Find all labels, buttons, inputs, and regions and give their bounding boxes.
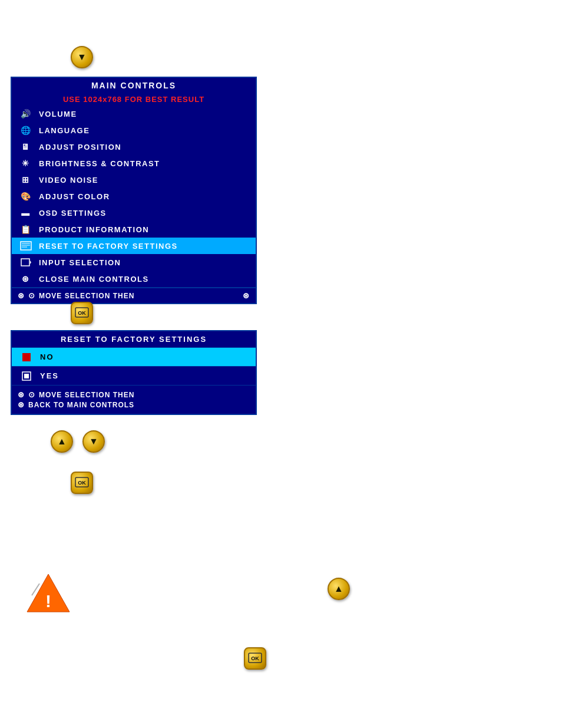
menu-item-adjust-position-label: ADJUST POSITION bbox=[39, 143, 121, 151]
language-icon: 🌐 bbox=[18, 126, 34, 135]
move-sel-icon-b: ⊙ bbox=[28, 390, 35, 399]
menu-item-adjust-color-label: ADJUST COLOR bbox=[39, 192, 110, 201]
ok-button-1[interactable]: OK bbox=[71, 302, 93, 324]
warning-icon: ! bbox=[25, 572, 72, 614]
reset-no-icon bbox=[19, 353, 34, 362]
up-arrow-button-3[interactable]: ▲ bbox=[328, 578, 350, 600]
menu-item-close-main-controls-label: CLOSE MAIN CONTROLS bbox=[39, 275, 149, 284]
menu-item-video-noise-label: VIDEO NOISE bbox=[39, 176, 98, 185]
reset-footer-line1: MOVE SELECTION THEN bbox=[39, 391, 134, 399]
back-icon: ⊛ bbox=[18, 400, 25, 409]
move-selection-icon-2: ⊙ bbox=[28, 291, 35, 300]
menu-item-video-noise[interactable]: ⊞ VIDEO NOISE bbox=[12, 172, 256, 188]
svg-rect-7 bbox=[22, 353, 31, 361]
menu-item-volume-label: VOLUME bbox=[39, 110, 77, 118]
adjust-position-icon: 🖥 bbox=[18, 142, 34, 151]
move-selection-icon-1: ⊛ bbox=[18, 291, 25, 300]
menu-item-reset-label: RESET TO FACTORY SETTINGS bbox=[39, 242, 178, 251]
ok-icon-1: OK bbox=[75, 307, 89, 319]
menu-item-brightness-contrast-label: BRIGHTNESS & CONTRAST bbox=[39, 159, 160, 168]
up-arrow-button-2[interactable]: ▲ bbox=[51, 430, 73, 453]
svg-rect-0 bbox=[21, 242, 31, 250]
down-arrow-button-1[interactable]: ▼ bbox=[71, 46, 93, 68]
menu-item-reset[interactable]: RESET TO FACTORY SETTINGS bbox=[12, 238, 256, 254]
reset-icon bbox=[18, 241, 34, 251]
reset-footer: ⊛ ⊙ MOVE SELECTION THEN ⊛ BACK TO MAIN C… bbox=[12, 385, 256, 414]
up-arrow-icon-3: ▲ bbox=[334, 584, 343, 594]
ok-button-2[interactable]: OK bbox=[71, 472, 93, 494]
menu-item-input-selection[interactable]: INPUT SELECTION bbox=[12, 254, 256, 271]
up-arrow-icon-2: ▲ bbox=[57, 436, 67, 447]
svg-text:OK: OK bbox=[251, 655, 259, 661]
menu-item-brightness-contrast[interactable]: ✳ BRIGHTNESS & CONTRAST bbox=[12, 155, 256, 172]
svg-text:OK: OK bbox=[78, 310, 86, 316]
reset-no-label: NO bbox=[40, 353, 54, 361]
volume-icon: 🔊 bbox=[18, 109, 34, 118]
down-arrow-button-2[interactable]: ▼ bbox=[82, 430, 105, 453]
osd-settings-icon: ▬ bbox=[18, 208, 34, 218]
ok-icon-2: OK bbox=[75, 477, 89, 489]
main-controls-subtitle: USE 1024x768 FOR BEST RESULT bbox=[12, 93, 256, 106]
reset-footer-line2: BACK TO MAIN CONTROLS bbox=[28, 401, 134, 409]
menu-item-osd-settings[interactable]: ▬ OSD SETTINGS bbox=[12, 205, 256, 221]
close-main-controls-icon: ⊛ bbox=[18, 274, 34, 284]
menu-item-adjust-position[interactable]: 🖥 ADJUST POSITION bbox=[12, 139, 256, 155]
reset-factory-title: RESET TO FACTORY SETTINGS bbox=[12, 331, 256, 347]
svg-rect-4 bbox=[21, 259, 29, 266]
menu-item-volume[interactable]: 🔊 VOLUME bbox=[12, 106, 256, 122]
adjust-color-icon: 🎨 bbox=[18, 192, 34, 201]
reset-yes-label: YES bbox=[40, 371, 59, 380]
menu-item-input-selection-label: INPUT SELECTION bbox=[39, 258, 121, 267]
reset-option-yes[interactable]: YES bbox=[12, 366, 256, 385]
reset-option-no[interactable]: NO bbox=[12, 347, 256, 366]
svg-text:!: ! bbox=[45, 591, 51, 611]
video-noise-icon: ⊞ bbox=[18, 175, 34, 185]
then-icon: ⊛ bbox=[243, 291, 250, 300]
main-controls-title: MAIN CONTROLS bbox=[12, 78, 256, 93]
brightness-contrast-icon: ✳ bbox=[18, 159, 34, 168]
down-arrow-icon-2: ▼ bbox=[89, 436, 98, 447]
ok-icon-3: OK bbox=[248, 653, 262, 664]
svg-text:OK: OK bbox=[78, 480, 86, 486]
reset-yes-icon bbox=[19, 371, 34, 381]
down-arrow-icon-1: ▼ bbox=[77, 52, 87, 62]
main-controls-footer-text: MOVE SELECTION THEN bbox=[39, 292, 134, 300]
menu-item-product-information-label: PRODUCT INFORMATION bbox=[39, 225, 149, 234]
menu-item-language[interactable]: 🌐 LANGUAGE bbox=[12, 122, 256, 139]
reset-factory-dialog: RESET TO FACTORY SETTINGS NO YES ⊛ ⊙ MOV… bbox=[11, 330, 257, 415]
menu-item-osd-settings-label: OSD SETTINGS bbox=[39, 209, 107, 218]
warning-triangle: ! bbox=[25, 572, 72, 613]
svg-rect-9 bbox=[24, 374, 29, 378]
menu-item-adjust-color[interactable]: 🎨 ADJUST COLOR bbox=[12, 188, 256, 205]
menu-item-product-information[interactable]: 📋 PRODUCT INFORMATION bbox=[12, 221, 256, 238]
product-info-icon: 📋 bbox=[18, 225, 34, 234]
input-selection-icon bbox=[18, 258, 34, 267]
ok-button-3[interactable]: OK bbox=[244, 647, 266, 670]
move-sel-icon-a: ⊛ bbox=[18, 390, 25, 399]
menu-item-close-main-controls[interactable]: ⊛ CLOSE MAIN CONTROLS bbox=[12, 271, 256, 287]
main-controls-menu: MAIN CONTROLS USE 1024x768 FOR BEST RESU… bbox=[11, 77, 257, 304]
main-controls-footer: ⊛ ⊙ MOVE SELECTION THEN ⊛ bbox=[12, 288, 256, 303]
menu-item-language-label: LANGUAGE bbox=[39, 126, 90, 135]
